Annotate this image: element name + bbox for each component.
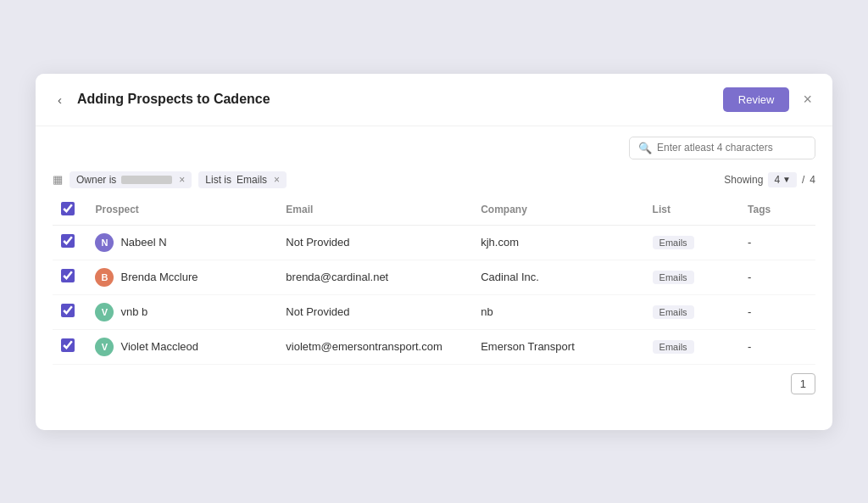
table-row: N Nabeel N Not Provided kjh.com Emails - bbox=[53, 225, 815, 260]
filter-icon: ▦ bbox=[53, 173, 63, 186]
row-checkbox[interactable] bbox=[61, 304, 75, 317]
filter-chip-list: List is Emails × bbox=[198, 171, 287, 188]
search-input[interactable] bbox=[657, 142, 806, 154]
prospect-name: Brenda Mcclure bbox=[120, 271, 198, 283]
showing-count: 4 bbox=[774, 174, 780, 186]
showing-separator: / bbox=[802, 174, 804, 186]
dropdown-icon[interactable]: ▼ bbox=[782, 175, 791, 184]
list-tag: Emails bbox=[653, 340, 694, 354]
prospect-name: Violet Maccleod bbox=[120, 340, 198, 353]
filter-list-value: Emails bbox=[236, 174, 267, 186]
list-tag: Emails bbox=[653, 271, 694, 284]
count-badge: 4 ▼ bbox=[768, 172, 797, 187]
prospects-table: Prospect Email Company List Tags N Nabee… bbox=[53, 195, 815, 365]
row-checkbox[interactable] bbox=[61, 234, 75, 248]
row-checkbox-cell bbox=[53, 329, 86, 364]
list-tag: Emails bbox=[653, 305, 694, 319]
search-box: 🔍 bbox=[629, 137, 815, 159]
modal-header: ‹ Adding Prospects to Cadence Review × bbox=[36, 74, 832, 126]
row-prospect: V vnb b bbox=[86, 294, 277, 329]
table-row: V Violet Maccleod violetm@emersontranspo… bbox=[53, 329, 815, 364]
toolbar: 🔍 bbox=[36, 126, 832, 166]
review-button[interactable]: Review bbox=[723, 87, 790, 112]
filters-row: ▦ Owner is × List is Emails × Showing 4 … bbox=[36, 166, 832, 195]
row-tags: - bbox=[739, 260, 815, 294]
prospect-name: Nabeel N bbox=[120, 236, 166, 249]
row-checkbox-cell bbox=[53, 260, 86, 294]
showing-info: Showing 4 ▼ / 4 bbox=[724, 172, 815, 187]
row-checkbox-cell bbox=[53, 294, 86, 329]
close-button[interactable]: × bbox=[799, 89, 815, 110]
row-checkbox[interactable] bbox=[61, 338, 75, 352]
row-email: Not Provided bbox=[277, 294, 472, 329]
prospect-avatar: B bbox=[95, 268, 114, 287]
row-company: Emerson Transport bbox=[472, 329, 643, 364]
row-prospect: N Nabeel N bbox=[86, 225, 277, 260]
row-tags: - bbox=[739, 329, 815, 364]
header-list: List bbox=[644, 195, 739, 226]
table-row: V vnb b Not Provided nb Emails - bbox=[53, 294, 815, 329]
search-icon: 🔍 bbox=[638, 142, 652, 154]
filters-left: ▦ Owner is × List is Emails × bbox=[53, 171, 287, 188]
row-list: Emails bbox=[644, 329, 739, 364]
row-email: violetm@emersontransport.com bbox=[277, 329, 472, 364]
header-checkbox-col bbox=[53, 195, 86, 226]
row-company: kjh.com bbox=[472, 225, 643, 260]
row-checkbox[interactable] bbox=[61, 269, 75, 282]
row-prospect: V Violet Maccleod bbox=[86, 329, 277, 364]
prospect-avatar: N bbox=[95, 233, 114, 252]
select-all-checkbox[interactable] bbox=[61, 202, 75, 215]
header-company: Company bbox=[472, 195, 643, 226]
filter-owner-remove[interactable]: × bbox=[179, 174, 185, 186]
modal: ‹ Adding Prospects to Cadence Review × 🔍… bbox=[36, 74, 832, 430]
filter-owner-label: Owner is bbox=[76, 174, 116, 186]
row-list: Emails bbox=[644, 225, 739, 260]
page-1-button[interactable]: 1 bbox=[791, 373, 815, 394]
showing-label: Showing bbox=[724, 174, 763, 186]
list-tag: Emails bbox=[653, 236, 694, 249]
header-email: Email bbox=[277, 195, 472, 226]
row-company: Cadinal Inc. bbox=[472, 260, 643, 294]
prospect-name: vnb b bbox=[120, 305, 147, 318]
row-tags: - bbox=[739, 294, 815, 329]
prospect-avatar: V bbox=[95, 338, 114, 356]
row-company: nb bbox=[472, 294, 643, 329]
row-list: Emails bbox=[644, 260, 739, 294]
row-list: Emails bbox=[644, 294, 739, 329]
back-button[interactable]: ‹ bbox=[53, 91, 67, 109]
filter-list-label: List is bbox=[205, 174, 231, 186]
showing-total: 4 bbox=[810, 174, 815, 186]
header-tags: Tags bbox=[739, 195, 815, 226]
row-prospect: B Brenda Mcclure bbox=[86, 260, 277, 294]
table-header-row: Prospect Email Company List Tags bbox=[53, 195, 815, 226]
modal-title: Adding Prospects to Cadence bbox=[77, 92, 723, 107]
filter-owner-value bbox=[121, 176, 172, 184]
filter-chip-owner: Owner is × bbox=[70, 171, 192, 188]
row-email: Not Provided bbox=[277, 225, 472, 260]
row-checkbox-cell bbox=[53, 225, 86, 260]
table-wrap: Prospect Email Company List Tags N Nabee… bbox=[36, 195, 832, 365]
pagination: 1 bbox=[36, 365, 832, 408]
table-row: B Brenda Mcclure brenda@cardinal.net Cad… bbox=[53, 260, 815, 294]
header-prospect: Prospect bbox=[86, 195, 277, 226]
row-tags: - bbox=[739, 225, 815, 260]
prospect-avatar: V bbox=[95, 303, 114, 321]
row-email: brenda@cardinal.net bbox=[277, 260, 472, 294]
filter-list-remove[interactable]: × bbox=[274, 174, 280, 186]
